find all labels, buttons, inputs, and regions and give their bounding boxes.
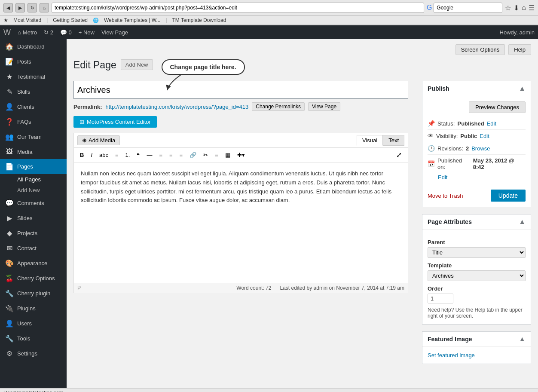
unordered-list-button[interactable]: ≡	[113, 150, 121, 159]
featured-image-collapse-icon[interactable]: ▲	[519, 335, 526, 343]
hr-button[interactable]: —	[144, 150, 155, 159]
download-icon[interactable]: ⬇	[514, 4, 519, 12]
adminbar-metro[interactable]: ⌂ Metro	[18, 29, 37, 36]
align-left-button[interactable]: ≡	[156, 150, 165, 159]
change-permalinks-button[interactable]: Change Permalinks	[252, 102, 305, 111]
table-button[interactable]: ▦	[223, 150, 233, 159]
wp-logo[interactable]: W	[3, 28, 11, 37]
bookmark-getting-started[interactable]: Getting Started	[53, 17, 88, 23]
settings-icon: ⚙	[5, 349, 14, 358]
sidebar-item-plugins[interactable]: 🔌 Plugins	[0, 301, 67, 316]
italic-button[interactable]: I	[88, 150, 95, 159]
update-button[interactable]: Update	[491, 190, 526, 202]
add-media-button[interactable]: ⊕ Add Media	[77, 135, 120, 145]
sidebar-item-clients[interactable]: 👤 Clients	[0, 99, 67, 114]
page-attributes-box: Page Attributes ▲ Parent Title Template …	[422, 214, 531, 325]
sidebar-item-slides[interactable]: ▶ Slides	[0, 211, 67, 226]
strikethrough-button[interactable]: abc	[97, 150, 111, 159]
adminbar-view-page[interactable]: View Page	[101, 29, 128, 36]
sidebar-item-settings[interactable]: ⚙ Settings	[0, 346, 67, 361]
unlink-button[interactable]: ✂	[201, 150, 211, 159]
sidebar-item-cherry-plugin[interactable]: 🔧 Cherry plugin	[0, 286, 67, 301]
move-to-trash-link[interactable]: Move to Trash	[428, 193, 463, 199]
view-page-button[interactable]: View Page	[308, 102, 340, 111]
sidebar-item-dashboard[interactable]: 🏠 Dashboard	[0, 39, 67, 54]
forward-button[interactable]: ▶	[15, 3, 25, 12]
bookmark-website-templates[interactable]: Website Templates | W...	[104, 17, 160, 23]
template-label: Template	[428, 262, 526, 269]
users-icon: 👤	[5, 319, 14, 328]
visual-button[interactable]: Visual	[357, 135, 383, 146]
menu-icon[interactable]: ☰	[529, 4, 535, 12]
search-bar[interactable]	[434, 3, 502, 13]
published-edit-link[interactable]: Edit	[438, 174, 447, 181]
back-button[interactable]: ◀	[3, 3, 13, 12]
home-icon[interactable]: ⌂	[522, 4, 526, 12]
sidebar-sub-all-pages[interactable]: All Pages	[0, 174, 67, 185]
permalink-row: Permalink: http://templatetesting.com/kr…	[73, 102, 408, 111]
visibility-icon: 👁	[428, 132, 434, 139]
sidebar-item-pages[interactable]: 📄 Pages	[0, 159, 67, 174]
sidebar-item-contact[interactable]: ✉ Contact	[0, 241, 67, 256]
media-icon: 🖼	[5, 148, 14, 156]
word-count: Word count: 72	[236, 285, 271, 291]
sidebar-item-tools[interactable]: 🔧 Tools	[0, 331, 67, 346]
publish-collapse-icon[interactable]: ▲	[519, 85, 526, 92]
revisions-browse-link[interactable]: Browse	[471, 145, 490, 152]
sidebar-item-skills[interactable]: ✎ Skills	[0, 84, 67, 99]
sidebar-label-contact: Contact	[17, 245, 37, 251]
bold-button[interactable]: B	[77, 150, 86, 159]
adminbar-updates[interactable]: ↻ 2	[44, 29, 53, 36]
more-button[interactable]: ✚▾	[235, 150, 248, 159]
bookmark-tm-template[interactable]: TM Template Download	[172, 17, 226, 23]
page-attributes-collapse-icon[interactable]: ▲	[519, 218, 526, 226]
sidebar-item-testimonial[interactable]: ★ Testimonial	[0, 69, 67, 84]
sidebar-item-cherry-options[interactable]: 🍒 Cherry Options	[0, 271, 67, 286]
align-center-button[interactable]: ≡	[167, 150, 175, 159]
editor-content-area[interactable]: Nullam non lectus nec quam laoreet susci…	[74, 162, 408, 283]
status-edit-link[interactable]: Edit	[487, 120, 496, 127]
visibility-edit-link[interactable]: Edit	[480, 133, 489, 139]
featured-image-header[interactable]: Featured Image ▲	[422, 332, 531, 347]
home-icon-adminbar: ⌂	[18, 29, 21, 36]
text-button[interactable]: Text	[383, 135, 404, 146]
fullwidth-button[interactable]: ≡	[212, 150, 221, 159]
sidebar-item-appearance[interactable]: 🎨 Appearance	[0, 256, 67, 271]
align-right-button[interactable]: ≡	[177, 150, 186, 159]
screen-options-button[interactable]: Screen Options	[455, 44, 505, 55]
sidebar-item-posts[interactable]: 📝 Posts	[0, 54, 67, 69]
page-title-input[interactable]	[73, 81, 408, 99]
parent-select[interactable]: Title	[428, 247, 526, 258]
adminbar-new[interactable]: + New	[79, 29, 95, 36]
projects-icon: ◆	[5, 229, 14, 237]
revisions-row: 🕐 Revisions: 2 Browse	[428, 142, 526, 155]
preview-changes-button[interactable]: Preview Changes	[469, 101, 526, 113]
add-new-button[interactable]: Add New	[121, 59, 153, 70]
order-input[interactable]	[428, 294, 453, 303]
refresh-button[interactable]: ↻	[28, 3, 37, 12]
home-button[interactable]: ⌂	[40, 3, 49, 12]
sidebar-item-our-team[interactable]: 👥 Our Team	[0, 129, 67, 144]
editor-tag: P	[77, 285, 81, 291]
adminbar-comments[interactable]: 💬 0	[60, 29, 72, 36]
bookmark-most-visited[interactable]: Most Visited	[13, 17, 41, 23]
sidebar-item-users[interactable]: 👤 Users	[0, 316, 67, 331]
page-attributes-header[interactable]: Page Attributes ▲	[422, 214, 531, 230]
sidebar-item-projects[interactable]: ◆ Projects	[0, 226, 67, 241]
help-button[interactable]: Help	[508, 44, 531, 55]
blockquote-button[interactable]: ❝	[134, 150, 142, 159]
motopress-button[interactable]: ⊞ MotoPress Content Editor	[73, 116, 157, 128]
address-bar[interactable]	[52, 3, 424, 13]
sidebar-item-media[interactable]: 🖼 Media	[0, 144, 67, 159]
sidebar-item-faqs[interactable]: ❓ FAQs	[0, 114, 67, 129]
set-featured-image-link[interactable]: Set featured image	[428, 352, 475, 358]
fullscreen-button[interactable]: ⤢	[394, 150, 404, 160]
sidebar-item-comments[interactable]: 💬 Comments	[0, 196, 67, 211]
template-select[interactable]: Archives	[428, 270, 526, 281]
ordered-list-button[interactable]: 1.	[123, 150, 133, 159]
publish-box-header[interactable]: Publish ▲	[422, 81, 531, 96]
bookmark-icon[interactable]: ☆	[505, 4, 511, 12]
wp-admin-bar: W ⌂ Metro ↻ 2 💬 0 + New View Page Howdy,…	[0, 25, 538, 39]
sidebar-sub-add-new[interactable]: Add New	[0, 185, 67, 196]
link-button[interactable]: 🔗	[187, 150, 199, 159]
